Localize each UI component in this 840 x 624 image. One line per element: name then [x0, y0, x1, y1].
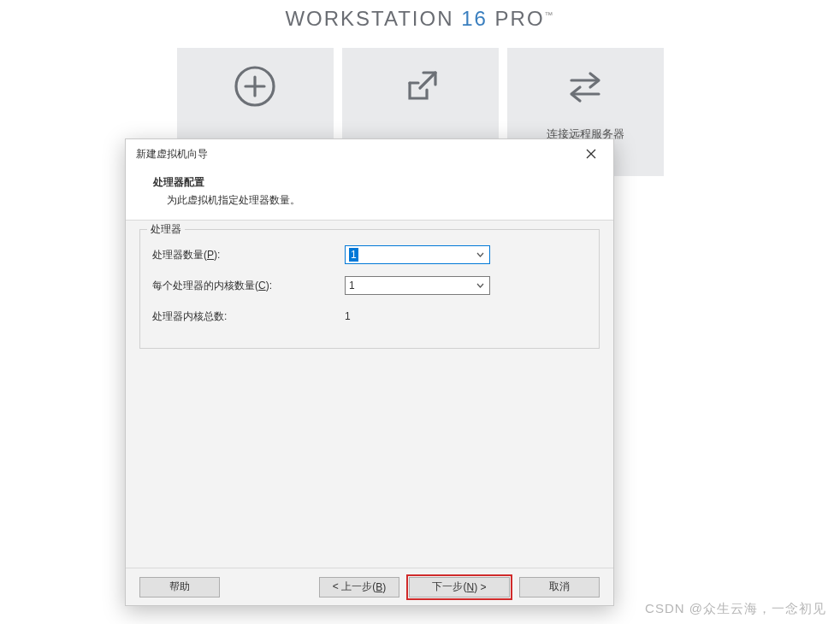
dialog-titlebar: 新建虚拟机向导: [126, 139, 613, 168]
row-total-cores: 处理器内核总数: 1: [152, 303, 587, 329]
next-button[interactable]: 下一步(N) >: [409, 577, 510, 598]
cores-per-processor-combobox[interactable]: 1: [345, 276, 490, 295]
chevron-down-icon: [474, 277, 486, 294]
chevron-down-icon: [474, 246, 486, 263]
total-cores-value: 1: [345, 310, 351, 322]
groupbox-legend: 处理器: [147, 222, 185, 237]
row-processor-count: 处理器数量(P): 1: [152, 242, 587, 268]
label-processor-count: 处理器数量(P):: [152, 248, 345, 262]
row-cores-per-processor: 每个处理器的内核数量(C): 1: [152, 273, 587, 298]
dialog-body: 处理器 处理器数量(P): 1 每个处理器的内核数量(C):: [126, 220, 613, 568]
dialog-heading: 处理器配置: [153, 175, 603, 190]
swap-arrows-icon: [562, 63, 608, 109]
next-button-highlight: 下一步(N) >: [406, 574, 512, 600]
dialog-title: 新建虚拟机向导: [136, 147, 208, 162]
processor-groupbox: 处理器 处理器数量(P): 1 每个处理器的内核数量(C):: [139, 229, 600, 349]
back-button[interactable]: < 上一步(B): [319, 577, 399, 598]
brand-word2: 16: [461, 7, 488, 30]
brand-word3: PRO: [495, 7, 545, 30]
svg-line-3: [420, 73, 435, 88]
brand-tm: ™: [545, 10, 555, 20]
dialog-description: 为此虚拟机指定处理器数量。: [167, 193, 603, 208]
close-icon: [586, 149, 596, 159]
cores-per-processor-value: 1: [349, 280, 355, 291]
help-button[interactable]: 帮助: [139, 577, 220, 598]
plus-circle-icon: [232, 63, 278, 109]
wizard-dialog: 新建虚拟机向导 处理器配置 为此虚拟机指定处理器数量。 处理器 处理器数量(P)…: [125, 138, 614, 606]
watermark: CSDN @众生云海，一念初见: [645, 601, 826, 617]
product-brand: WORKSTATION 16 PRO™: [0, 0, 840, 31]
processor-count-combobox[interactable]: 1: [345, 245, 490, 264]
label-cores-per-processor: 每个处理器的内核数量(C):: [152, 279, 345, 293]
brand-word1: WORKSTATION: [285, 7, 453, 30]
processor-count-value: 1: [349, 248, 358, 262]
open-external-icon: [397, 63, 443, 109]
cancel-button[interactable]: 取消: [519, 577, 600, 598]
close-button[interactable]: [579, 144, 603, 163]
dialog-subheader: 处理器配置 为此虚拟机指定处理器数量。: [126, 168, 613, 220]
label-total-cores: 处理器内核总数:: [152, 309, 345, 324]
dialog-footer: 帮助 < 上一步(B) 下一步(N) > 取消: [126, 568, 613, 605]
